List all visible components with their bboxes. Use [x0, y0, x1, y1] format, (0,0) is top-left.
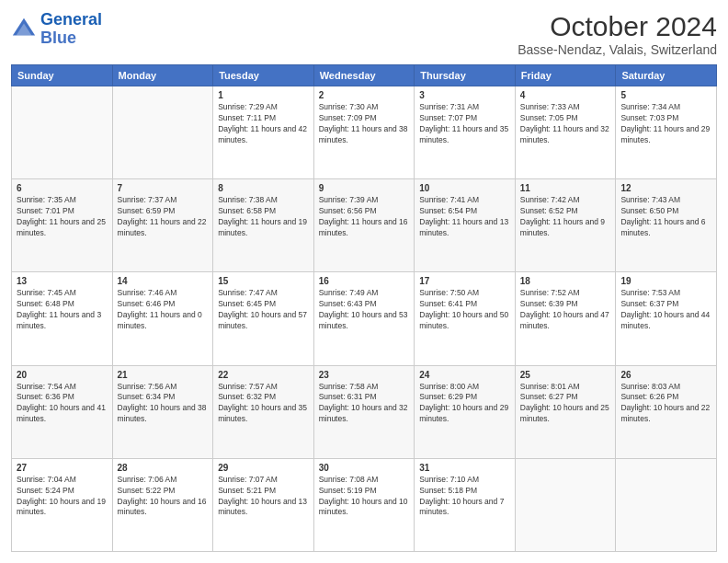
day-info: Sunrise: 7:42 AM Sunset: 6:52 PM Dayligh… — [520, 195, 611, 239]
day-header-friday: Friday — [515, 65, 616, 86]
day-number: 19 — [620, 276, 711, 286]
day-info: Sunrise: 7:10 AM Sunset: 5:18 PM Dayligh… — [419, 475, 510, 519]
day-number: 15 — [218, 276, 309, 286]
logo-text: General Blue — [40, 11, 102, 48]
calendar-cell: 3Sunrise: 7:31 AM Sunset: 7:07 PM Daylig… — [415, 86, 516, 179]
day-number: 9 — [319, 183, 410, 193]
calendar-cell: 25Sunrise: 8:01 AM Sunset: 6:27 PM Dayli… — [515, 365, 616, 458]
day-number: 25 — [520, 370, 611, 380]
day-number: 2 — [319, 90, 410, 100]
calendar-cell: 29Sunrise: 7:07 AM Sunset: 5:21 PM Dayli… — [213, 458, 314, 551]
calendar-cell: 15Sunrise: 7:47 AM Sunset: 6:45 PM Dayli… — [213, 272, 314, 365]
day-number: 7 — [118, 183, 209, 193]
calendar-cell: 8Sunrise: 7:38 AM Sunset: 6:58 PM Daylig… — [213, 179, 314, 272]
day-info: Sunrise: 7:52 AM Sunset: 6:39 PM Dayligh… — [520, 288, 611, 332]
day-info: Sunrise: 7:54 AM Sunset: 6:36 PM Dayligh… — [17, 382, 108, 426]
day-info: Sunrise: 7:06 AM Sunset: 5:22 PM Dayligh… — [118, 475, 209, 519]
calendar-cell — [616, 458, 717, 551]
day-info: Sunrise: 7:46 AM Sunset: 6:46 PM Dayligh… — [118, 288, 209, 332]
calendar-cell: 11Sunrise: 7:42 AM Sunset: 6:52 PM Dayli… — [515, 179, 616, 272]
calendar-cell: 21Sunrise: 7:56 AM Sunset: 6:34 PM Dayli… — [112, 365, 213, 458]
day-info: Sunrise: 7:57 AM Sunset: 6:32 PM Dayligh… — [218, 382, 309, 426]
day-number: 27 — [17, 463, 108, 473]
week-row-1: 1Sunrise: 7:29 AM Sunset: 7:11 PM Daylig… — [12, 86, 717, 179]
calendar-cell: 23Sunrise: 7:58 AM Sunset: 6:31 PM Dayli… — [313, 365, 415, 458]
calendar-cell: 22Sunrise: 7:57 AM Sunset: 6:32 PM Dayli… — [213, 365, 314, 458]
day-info: Sunrise: 8:01 AM Sunset: 6:27 PM Dayligh… — [520, 382, 611, 426]
day-number: 4 — [520, 90, 611, 100]
day-number: 6 — [17, 183, 108, 193]
day-info: Sunrise: 7:41 AM Sunset: 6:54 PM Dayligh… — [419, 195, 510, 239]
calendar-cell: 6Sunrise: 7:35 AM Sunset: 7:01 PM Daylig… — [12, 179, 113, 272]
calendar-cell: 14Sunrise: 7:46 AM Sunset: 6:46 PM Dayli… — [112, 272, 213, 365]
day-number: 28 — [118, 463, 209, 473]
day-number: 1 — [218, 90, 309, 100]
calendar-cell — [112, 86, 213, 179]
logo-line2: Blue — [40, 29, 102, 48]
day-number: 31 — [419, 463, 510, 473]
day-info: Sunrise: 7:58 AM Sunset: 6:31 PM Dayligh… — [319, 382, 410, 426]
day-info: Sunrise: 7:37 AM Sunset: 6:59 PM Dayligh… — [118, 195, 209, 239]
calendar-cell: 10Sunrise: 7:41 AM Sunset: 6:54 PM Dayli… — [415, 179, 516, 272]
day-number: 3 — [419, 90, 510, 100]
days-header-row: SundayMondayTuesdayWednesdayThursdayFrid… — [12, 65, 717, 86]
day-header-wednesday: Wednesday — [313, 65, 415, 86]
day-info: Sunrise: 7:29 AM Sunset: 7:11 PM Dayligh… — [218, 102, 309, 146]
day-number: 12 — [620, 183, 711, 193]
day-number: 22 — [218, 370, 309, 380]
calendar-cell: 24Sunrise: 8:00 AM Sunset: 6:29 PM Dayli… — [415, 365, 516, 458]
week-row-4: 20Sunrise: 7:54 AM Sunset: 6:36 PM Dayli… — [12, 365, 717, 458]
main-title: October 2024 — [518, 11, 717, 42]
day-number: 8 — [218, 183, 309, 193]
calendar-cell: 1Sunrise: 7:29 AM Sunset: 7:11 PM Daylig… — [213, 86, 314, 179]
calendar-cell: 16Sunrise: 7:49 AM Sunset: 6:43 PM Dayli… — [313, 272, 415, 365]
day-info: Sunrise: 7:08 AM Sunset: 5:19 PM Dayligh… — [319, 475, 410, 519]
day-number: 24 — [419, 370, 510, 380]
day-info: Sunrise: 7:56 AM Sunset: 6:34 PM Dayligh… — [118, 382, 209, 426]
day-number: 11 — [520, 183, 611, 193]
calendar-cell: 2Sunrise: 7:30 AM Sunset: 7:09 PM Daylig… — [313, 86, 415, 179]
day-header-monday: Monday — [112, 65, 213, 86]
subtitle: Basse-Nendaz, Valais, Switzerland — [518, 42, 717, 57]
day-number: 29 — [218, 463, 309, 473]
calendar-cell: 18Sunrise: 7:52 AM Sunset: 6:39 PM Dayli… — [515, 272, 616, 365]
day-info: Sunrise: 7:43 AM Sunset: 6:50 PM Dayligh… — [620, 195, 711, 239]
week-row-5: 27Sunrise: 7:04 AM Sunset: 5:24 PM Dayli… — [12, 458, 717, 551]
calendar-cell: 27Sunrise: 7:04 AM Sunset: 5:24 PM Dayli… — [12, 458, 113, 551]
day-info: Sunrise: 8:03 AM Sunset: 6:26 PM Dayligh… — [620, 382, 711, 426]
calendar-cell: 26Sunrise: 8:03 AM Sunset: 6:26 PM Dayli… — [616, 365, 717, 458]
calendar-cell: 17Sunrise: 7:50 AM Sunset: 6:41 PM Dayli… — [415, 272, 516, 365]
day-info: Sunrise: 7:33 AM Sunset: 7:05 PM Dayligh… — [520, 102, 611, 146]
calendar-cell: 7Sunrise: 7:37 AM Sunset: 6:59 PM Daylig… — [112, 179, 213, 272]
day-number: 23 — [319, 370, 410, 380]
day-info: Sunrise: 7:50 AM Sunset: 6:41 PM Dayligh… — [419, 288, 510, 332]
calendar-cell: 30Sunrise: 7:08 AM Sunset: 5:19 PM Dayli… — [313, 458, 415, 551]
day-info: Sunrise: 7:38 AM Sunset: 6:58 PM Dayligh… — [218, 195, 309, 239]
day-header-tuesday: Tuesday — [213, 65, 314, 86]
day-number: 18 — [520, 276, 611, 286]
calendar-cell: 13Sunrise: 7:45 AM Sunset: 6:48 PM Dayli… — [12, 272, 113, 365]
day-number: 17 — [419, 276, 510, 286]
day-header-thursday: Thursday — [415, 65, 516, 86]
calendar-cell — [12, 86, 113, 179]
calendar-cell: 20Sunrise: 7:54 AM Sunset: 6:36 PM Dayli… — [12, 365, 113, 458]
day-number: 10 — [419, 183, 510, 193]
logo-line1: General — [40, 10, 102, 29]
day-info: Sunrise: 7:47 AM Sunset: 6:45 PM Dayligh… — [218, 288, 309, 332]
day-number: 20 — [17, 370, 108, 380]
week-row-2: 6Sunrise: 7:35 AM Sunset: 7:01 PM Daylig… — [12, 179, 717, 272]
day-info: Sunrise: 7:04 AM Sunset: 5:24 PM Dayligh… — [17, 475, 108, 519]
title-block: October 2024 Basse-Nendaz, Valais, Switz… — [518, 11, 717, 57]
day-number: 21 — [118, 370, 209, 380]
calendar-table: SundayMondayTuesdayWednesdayThursdayFrid… — [11, 64, 717, 552]
day-header-saturday: Saturday — [616, 65, 717, 86]
day-info: Sunrise: 8:00 AM Sunset: 6:29 PM Dayligh… — [419, 382, 510, 426]
day-info: Sunrise: 7:49 AM Sunset: 6:43 PM Dayligh… — [319, 288, 410, 332]
day-info: Sunrise: 7:31 AM Sunset: 7:07 PM Dayligh… — [419, 102, 510, 146]
header: General Blue October 2024 Basse-Nendaz, … — [11, 11, 717, 57]
day-number: 13 — [17, 276, 108, 286]
calendar-cell: 5Sunrise: 7:34 AM Sunset: 7:03 PM Daylig… — [616, 86, 717, 179]
day-number: 5 — [620, 90, 711, 100]
calendar-cell: 28Sunrise: 7:06 AM Sunset: 5:22 PM Dayli… — [112, 458, 213, 551]
day-number: 14 — [118, 276, 209, 286]
